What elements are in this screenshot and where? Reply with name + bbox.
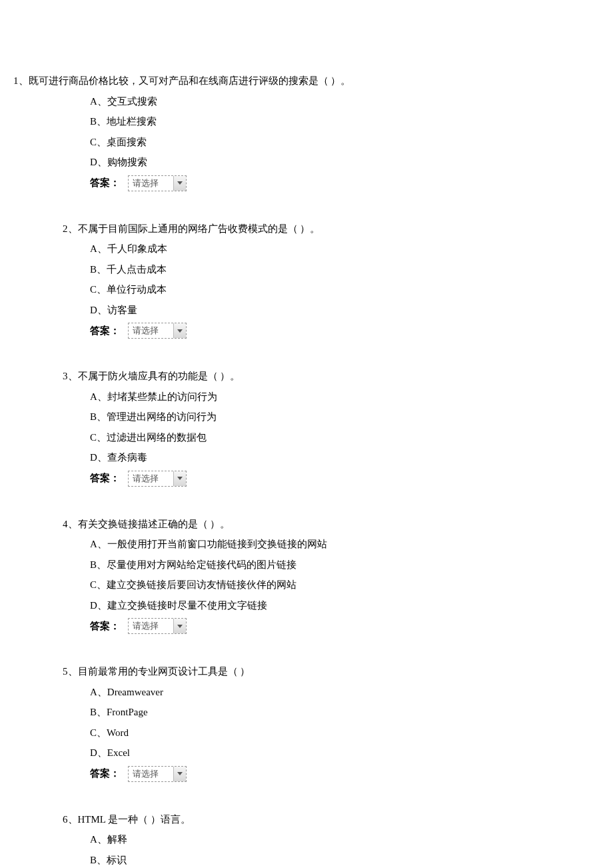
answer-row: 答案： 请选择: [13, 471, 600, 487]
answer-row: 答案： 请选择: [13, 766, 600, 782]
answer-select[interactable]: 请选择: [128, 766, 187, 782]
question-text: 3、不属于防火墙应具有的功能是（ ）。: [13, 369, 600, 384]
question-number: 1、: [13, 75, 29, 86]
options-list: A、Dreamweaver B、FrontPage C、Word D、Excel: [13, 685, 600, 761]
answer-select[interactable]: 请选择: [128, 471, 187, 487]
option-d: D、购物搜索: [90, 155, 600, 170]
chevron-down-icon: [173, 619, 186, 633]
select-placeholder: 请选择: [129, 471, 173, 486]
select-placeholder: 请选择: [129, 176, 173, 191]
question-text: 2、不属于目前国际上通用的网络广告收费模式的是（ ）。: [13, 221, 600, 237]
question-block: 6、HTML 是一种（ ）语言。 A、解释 B、标识 C、编译: [13, 812, 600, 869]
option-a: A、千人印象成本: [90, 241, 600, 257]
options-list: A、千人印象成本 B、千人点击成本 C、单位行动成本 D、访客量: [13, 241, 600, 317]
page-content: 1、既可进行商品价格比较，又可对产品和在线商店进行评级的搜索是（ ）。 A、交互…: [0, 0, 613, 868]
select-placeholder: 请选择: [129, 767, 173, 781]
option-c: C、单位行动成本: [90, 282, 600, 297]
chevron-down-icon: [173, 767, 186, 781]
question-number: 6、: [63, 814, 78, 825]
options-list: A、封堵某些禁止的访问行为 B、管理进出网络的访问行为 C、过滤进出网络的数据包…: [13, 389, 600, 465]
option-b: B、标识: [90, 853, 600, 868]
svg-marker-3: [177, 625, 183, 628]
question-number: 3、: [63, 371, 78, 381]
option-c: C、Word: [90, 725, 600, 741]
question-number: 4、: [63, 519, 78, 529]
answer-row: 答案： 请选择: [13, 175, 600, 191]
svg-marker-4: [177, 772, 183, 775]
option-c: C、过滤进出网络的数据包: [90, 430, 600, 445]
options-list: A、交互式搜索 B、地址栏搜索 C、桌面搜索 D、购物搜索: [13, 94, 600, 170]
svg-marker-2: [177, 477, 183, 480]
options-list: A、解释 B、标识 C、编译: [13, 832, 600, 868]
option-b: B、地址栏搜索: [90, 114, 600, 129]
chevron-down-icon: [173, 471, 186, 486]
select-placeholder: 请选择: [129, 619, 173, 633]
option-a: A、交互式搜索: [90, 94, 600, 109]
options-list: A、一般使用打开当前窗口功能链接到交换链接的网站 B、尽量使用对方网站给定链接代…: [13, 537, 600, 613]
question-number: 2、: [63, 223, 78, 234]
question-block: 3、不属于防火墙应具有的功能是（ ）。 A、封堵某些禁止的访问行为 B、管理进出…: [13, 369, 600, 487]
question-block: 2、不属于目前国际上通用的网络广告收费模式的是（ ）。 A、千人印象成本 B、千…: [13, 221, 600, 339]
answer-row: 答案： 请选择: [13, 618, 600, 634]
answer-select[interactable]: 请选择: [128, 618, 187, 634]
option-d: D、建立交换链接时尽量不使用文字链接: [90, 598, 600, 613]
option-b: B、千人点击成本: [90, 262, 600, 277]
answer-label: 答案：: [90, 619, 120, 634]
question-body: HTML 是一种（ ）语言。: [78, 814, 191, 825]
svg-marker-1: [177, 329, 183, 333]
option-c: C、桌面搜索: [90, 135, 600, 150]
option-c: C、建立交换链接后要回访友情链接伙伴的网站: [90, 577, 600, 593]
svg-marker-0: [177, 181, 183, 185]
answer-label: 答案：: [90, 766, 120, 781]
question-body: 目前最常用的专业网页设计工具是（ ）: [78, 666, 251, 677]
chevron-down-icon: [173, 176, 186, 191]
answer-row: 答案： 请选择: [13, 323, 600, 339]
question-text: 5、目前最常用的专业网页设计工具是（ ）: [13, 664, 600, 679]
option-d: D、Excel: [90, 745, 600, 761]
select-placeholder: 请选择: [129, 323, 173, 338]
question-body: 既可进行商品价格比较，又可对产品和在线商店进行评级的搜索是（ ）。: [29, 75, 351, 86]
answer-label: 答案：: [90, 471, 120, 486]
question-text: 6、HTML 是一种（ ）语言。: [13, 812, 600, 827]
question-body: 不属于防火墙应具有的功能是（ ）。: [78, 371, 241, 381]
chevron-down-icon: [173, 323, 186, 338]
option-b: B、管理进出网络的访问行为: [90, 409, 600, 425]
question-text: 4、有关交换链接描述正确的是（ ）。: [13, 517, 600, 532]
option-a: A、Dreamweaver: [90, 685, 600, 700]
answer-select[interactable]: 请选择: [128, 175, 187, 191]
question-block: 5、目前最常用的专业网页设计工具是（ ） A、Dreamweaver B、Fro…: [13, 664, 600, 782]
option-a: A、一般使用打开当前窗口功能链接到交换链接的网站: [90, 537, 600, 552]
question-body: 不属于目前国际上通用的网络广告收费模式的是（ ）。: [78, 223, 320, 234]
answer-label: 答案：: [90, 175, 120, 191]
option-d: D、查杀病毒: [90, 450, 600, 465]
option-a: A、封堵某些禁止的访问行为: [90, 389, 600, 405]
option-d: D、访客量: [90, 303, 600, 318]
option-b: B、FrontPage: [90, 705, 600, 720]
question-number: 5、: [63, 666, 78, 677]
question-block: 4、有关交换链接描述正确的是（ ）。 A、一般使用打开当前窗口功能链接到交换链接…: [13, 517, 600, 635]
question-block: 1、既可进行商品价格比较，又可对产品和在线商店进行评级的搜索是（ ）。 A、交互…: [13, 73, 600, 191]
answer-select[interactable]: 请选择: [128, 323, 187, 339]
option-a: A、解释: [90, 832, 600, 847]
answer-label: 答案：: [90, 323, 120, 339]
question-body: 有关交换链接描述正确的是（ ）。: [78, 519, 231, 529]
option-b: B、尽量使用对方网站给定链接代码的图片链接: [90, 557, 600, 573]
question-text: 1、既可进行商品价格比较，又可对产品和在线商店进行评级的搜索是（ ）。: [13, 73, 600, 89]
